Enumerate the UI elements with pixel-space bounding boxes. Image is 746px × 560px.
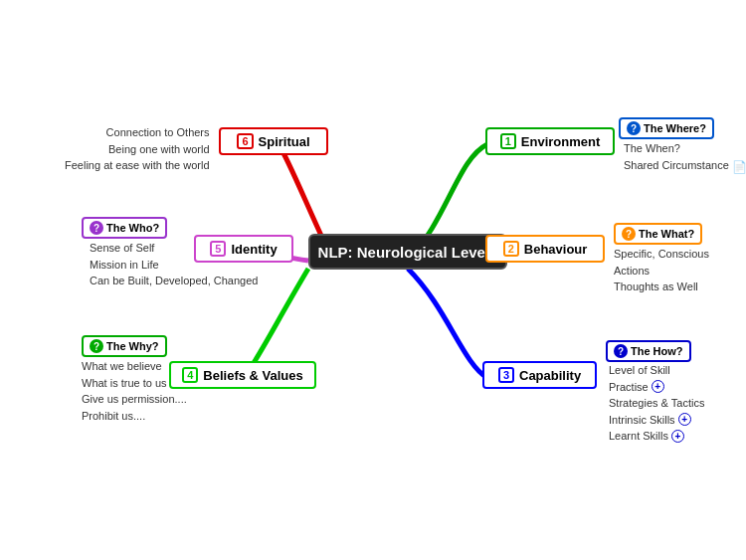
identity-sub-header[interactable]: ? The Who? [82, 217, 167, 239]
capability-node[interactable]: 3 Capability [482, 361, 597, 389]
spiritual-item-1: Connection to Others [65, 124, 210, 141]
environment-item-1: The When? [624, 140, 746, 157]
environment-item-2: Shared Circumstance 📄 [624, 157, 746, 174]
center-label: NLP: Neurological Levels [318, 244, 498, 261]
behaviour-item-2: Thoughts as Well [614, 279, 746, 295]
spiritual-list: Connection to Others Being one with worl… [65, 124, 210, 174]
capability-item-3: Strategies & Tactics [609, 395, 704, 412]
environment-sub-header[interactable]: ? The Where? [619, 117, 714, 139]
identity-item-3: Can be Built, Developed, Changed [90, 273, 258, 289]
beliefs-item-3: Give us permission.... [82, 391, 187, 408]
learnt-plus-icon: + [671, 430, 684, 443]
environment-header-label: The Where? [644, 122, 706, 134]
beliefs-question-icon: ? [90, 339, 103, 353]
document-icon: 📄 [732, 158, 746, 172]
identity-question-icon: ? [90, 221, 103, 235]
beliefs-node[interactable]: 4 Beliefs & Values [169, 361, 316, 389]
environment-node[interactable]: 1 Environment [485, 127, 615, 155]
spiritual-node[interactable]: 6 Spiritual [219, 127, 328, 155]
behaviour-item-1: Specific, Conscious Actions [614, 246, 746, 279]
capability-number: 3 [498, 367, 514, 383]
identity-label: Identity [231, 242, 277, 257]
spiritual-number: 6 [237, 133, 253, 149]
environment-number: 1 [500, 133, 516, 149]
beliefs-item-4: Prohibit us.... [82, 408, 187, 425]
capability-header-label: The How? [631, 345, 683, 357]
identity-node[interactable]: 5 Identity [194, 235, 293, 263]
environment-label: Environment [521, 134, 600, 149]
center-node: NLP: Neurological Levels [308, 234, 507, 270]
capability-label: Capability [519, 368, 581, 383]
beliefs-header-label: The Why? [106, 340, 159, 352]
capability-list: Level of Skill Practise + Strategies & T… [609, 362, 704, 445]
environment-question-icon: ? [627, 121, 641, 135]
identity-header-label: The Who? [106, 222, 159, 234]
intrinsic-plus-icon: + [678, 413, 691, 426]
capability-sub-header[interactable]: ? The How? [606, 340, 691, 362]
behaviour-question-icon: ? [622, 227, 636, 241]
behaviour-header-label: The What? [639, 228, 694, 240]
spiritual-item-3: Feeling at ease with the world [65, 157, 210, 174]
capability-question-icon: ? [614, 344, 628, 358]
spiritual-item-2: Being one with world [65, 141, 210, 158]
practise-plus-icon: + [652, 380, 664, 393]
capability-item-5: Learnt Skills + [609, 428, 704, 445]
behaviour-label: Behaviour [524, 242, 588, 257]
behaviour-number: 2 [503, 241, 519, 257]
behaviour-sub-header[interactable]: ? The What? [614, 223, 702, 245]
beliefs-label: Beliefs & Values [203, 368, 302, 383]
behaviour-list: Specific, Conscious Actions Thoughts as … [614, 246, 746, 295]
beliefs-number: 4 [182, 367, 198, 383]
environment-list: The When? Shared Circumstance 📄 [624, 140, 746, 173]
capability-item-4: Intrinsic Skills + [609, 412, 704, 429]
spiritual-label: Spiritual [259, 134, 310, 149]
identity-number: 5 [210, 241, 226, 257]
beliefs-sub-header[interactable]: ? The Why? [82, 335, 167, 357]
capability-item-1: Level of Skill [609, 362, 704, 379]
behaviour-node[interactable]: 2 Behaviour [485, 235, 605, 263]
capability-item-2: Practise + [609, 379, 704, 396]
